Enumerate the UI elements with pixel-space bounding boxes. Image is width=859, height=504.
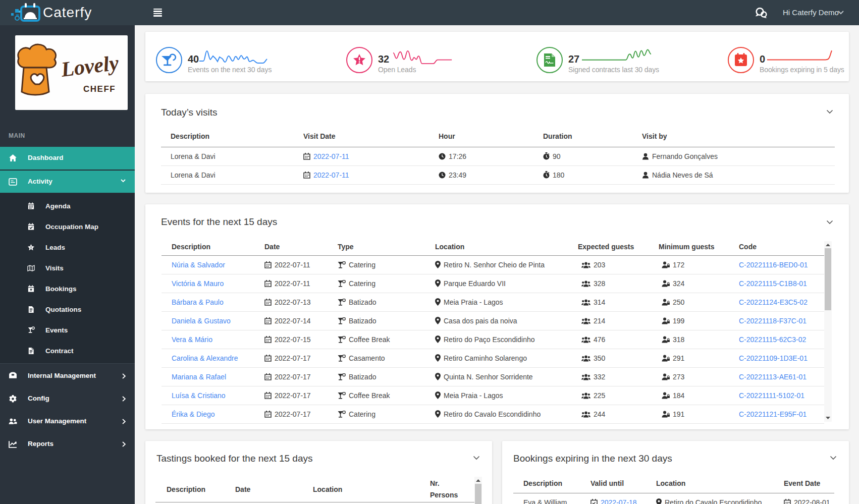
svg-text:Lovely: Lovely	[59, 51, 120, 81]
svg-text:CHEFF: CHEFF	[83, 84, 116, 94]
